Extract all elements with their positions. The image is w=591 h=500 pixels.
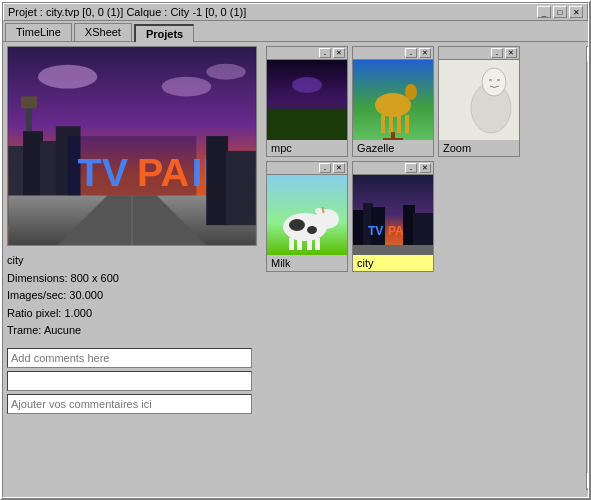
svg-point-2	[162, 77, 212, 97]
thumb-titlebar-zoom: - ✕	[439, 47, 519, 60]
thumb-window-zoom: - ✕	[438, 46, 520, 157]
thumb-close-milk[interactable]: ✕	[333, 163, 345, 173]
thumb-close-zoom[interactable]: ✕	[505, 48, 517, 58]
thumb-titlebar-gazelle: - ✕	[353, 47, 433, 60]
svg-text:PA: PA	[137, 150, 189, 194]
project-trame: Trame: Aucune	[7, 322, 262, 340]
tab-timeline[interactable]: TimeLine	[5, 23, 72, 41]
close-button[interactable]: ✕	[569, 6, 583, 18]
thumb-close-city[interactable]: ✕	[419, 163, 431, 173]
thumb-img-milk[interactable]	[267, 175, 347, 255]
svg-rect-30	[389, 115, 393, 133]
svg-rect-11	[21, 97, 37, 109]
thumb-window-gazelle: - ✕	[352, 46, 434, 157]
svg-point-22	[292, 77, 322, 93]
thumb-label-milk: Milk	[267, 255, 347, 271]
svg-rect-35	[383, 138, 403, 140]
left-panel: TV PA IN city Dimensions: 800 x 600 Imag…	[7, 46, 262, 490]
preview-image: TV PA IN	[7, 46, 257, 246]
main-content: TV PA IN city Dimensions: 800 x 600 Imag…	[3, 42, 588, 494]
thumb-titlebar-city: - ✕	[353, 162, 433, 175]
svg-point-39	[482, 68, 506, 96]
right-scrollbar: ▲ ▼	[586, 46, 589, 490]
svg-rect-20	[226, 151, 256, 225]
svg-rect-31	[397, 115, 401, 133]
svg-point-1	[38, 65, 97, 89]
svg-rect-61	[353, 245, 433, 255]
project-info: city Dimensions: 800 x 600 Images/sec: 3…	[7, 252, 262, 340]
svg-rect-29	[381, 115, 385, 133]
minimize-button[interactable]: _	[537, 6, 551, 18]
thumb-close-mpc[interactable]: ✕	[333, 48, 345, 58]
thumb-window-milk: - ✕	[266, 161, 348, 272]
title-bar: Projet : city.tvp [0, 0 (1)] Calque : Ci…	[3, 3, 588, 21]
thumb-label-zoom: Zoom	[439, 140, 519, 156]
project-ratio: Ratio pixel: 1.000	[7, 305, 262, 323]
thumbnails-row-1: - ✕	[266, 46, 584, 157]
project-fps: Images/sec: 30.000	[7, 287, 262, 305]
thumb-label-city: city	[353, 255, 433, 271]
svg-text:TV: TV	[368, 224, 383, 238]
thumb-window-mpc: - ✕	[266, 46, 348, 157]
scroll-down-button[interactable]: ▼	[587, 473, 589, 489]
svg-text:PA: PA	[388, 224, 404, 238]
svg-point-3	[206, 64, 246, 80]
right-panel: - ✕	[266, 46, 584, 490]
svg-rect-19	[206, 136, 228, 225]
scroll-up-button[interactable]: ▲	[587, 47, 589, 63]
project-dimensions: Dimensions: 800 x 600	[7, 270, 262, 288]
tab-xsheet[interactable]: XSheet	[74, 23, 132, 41]
comment-field-3[interactable]	[7, 394, 252, 414]
thumb-window-city: - ✕	[352, 161, 434, 272]
svg-rect-49	[307, 238, 312, 250]
svg-rect-47	[289, 238, 294, 250]
project-name: city	[7, 252, 262, 270]
comment-field-1[interactable]	[7, 348, 252, 368]
svg-point-46	[307, 226, 317, 234]
title-buttons: _ □ ✕	[537, 6, 583, 18]
thumb-img-zoom[interactable]	[439, 60, 519, 140]
inner-window: Projet : city.tvp [0, 0 (1)] Calque : Ci…	[2, 2, 589, 498]
svg-text:TV: TV	[78, 150, 129, 194]
svg-rect-32	[405, 115, 409, 133]
comment-field-2[interactable]	[7, 371, 252, 391]
thumb-minimize-mpc[interactable]: -	[319, 48, 331, 58]
thumb-img-city[interactable]: TV PA	[353, 175, 433, 255]
thumb-minimize-gazelle[interactable]: -	[405, 48, 417, 58]
app-window: Projet : city.tvp [0, 0 (1)] Calque : Ci…	[0, 0, 591, 500]
thumb-minimize-milk[interactable]: -	[319, 163, 331, 173]
thumb-titlebar-mpc: - ✕	[267, 47, 347, 60]
tab-bar: TimeLine XSheet Projets	[3, 21, 588, 42]
thumb-minimize-city[interactable]: -	[405, 163, 417, 173]
svg-point-33	[405, 84, 417, 100]
thumb-titlebar-milk: - ✕	[267, 162, 347, 175]
maximize-button[interactable]: □	[553, 6, 567, 18]
thumb-label-mpc: mpc	[267, 140, 347, 156]
svg-rect-50	[315, 238, 320, 250]
thumbnails-row-2: - ✕	[266, 161, 584, 272]
svg-point-27	[375, 93, 411, 117]
comments-section	[7, 348, 262, 414]
svg-point-45	[289, 219, 305, 231]
thumb-img-gazelle[interactable]	[353, 60, 433, 140]
svg-rect-9	[29, 106, 32, 131]
svg-rect-48	[297, 238, 302, 250]
thumb-img-mpc[interactable]	[267, 60, 347, 140]
thumb-close-gazelle[interactable]: ✕	[419, 48, 431, 58]
thumb-minimize-zoom[interactable]: -	[491, 48, 503, 58]
svg-rect-24	[267, 110, 347, 140]
title-text: Projet : city.tvp [0, 0 (1)] Calque : Ci…	[8, 6, 246, 18]
thumb-label-gazelle: Gazelle	[353, 140, 433, 156]
svg-rect-8	[26, 106, 29, 131]
tab-projets[interactable]: Projets	[134, 24, 194, 42]
